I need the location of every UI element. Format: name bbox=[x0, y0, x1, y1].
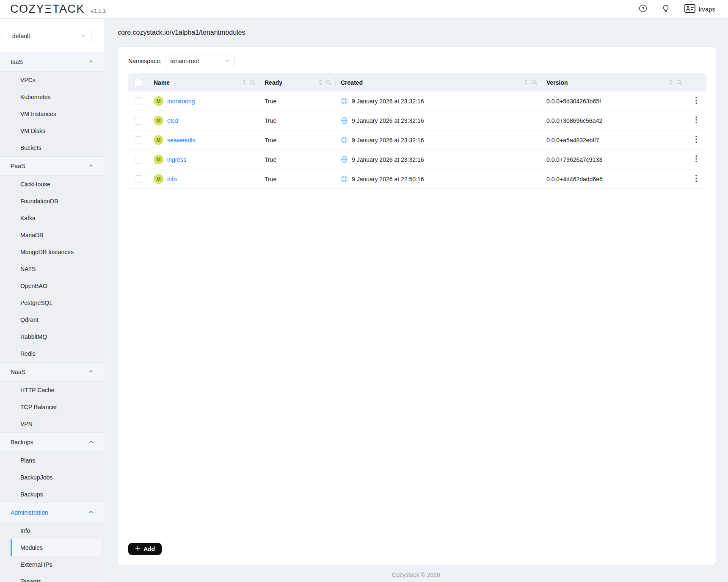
row-checkbox[interactable] bbox=[135, 175, 142, 183]
globe-icon bbox=[341, 175, 348, 183]
sidebar-item-vpcs[interactable]: VPCs bbox=[0, 72, 104, 89]
row-checkbox[interactable] bbox=[135, 97, 142, 105]
help-button[interactable]: ? bbox=[639, 4, 647, 14]
sidebar-item-label: VPCs bbox=[20, 77, 36, 83]
row-actions-button[interactable] bbox=[694, 153, 699, 166]
sidebar-item-backupjobs[interactable]: BackupJobs bbox=[0, 469, 104, 486]
globe-icon bbox=[341, 117, 348, 124]
sort-icon[interactable] bbox=[242, 79, 246, 86]
sidebar-item-clickhouse[interactable]: ClickHouse bbox=[0, 176, 104, 193]
created-value: 9 January 2026 at 23:32:16 bbox=[352, 156, 424, 163]
search-icon[interactable] bbox=[250, 80, 255, 85]
app-header: COZYΞTACK v1.1.1 ? kvaps bbox=[0, 0, 728, 19]
chevron-up-icon bbox=[88, 509, 94, 516]
created-value: 9 January 2026 at 23:32:16 bbox=[352, 117, 424, 124]
id-card-icon bbox=[684, 4, 695, 14]
cluster-select[interactable]: default bbox=[7, 29, 91, 43]
lightbulb-icon bbox=[662, 4, 670, 14]
sidebar-item-label: Modules bbox=[20, 544, 43, 551]
sidebar-item-label: Qdrant bbox=[20, 316, 39, 323]
row-checkbox[interactable] bbox=[135, 117, 142, 125]
kebab-menu-icon bbox=[695, 155, 697, 164]
module-name-link-seaweedfs[interactable]: seaweedfs bbox=[167, 137, 196, 144]
ready-value: True bbox=[265, 176, 276, 183]
sidebar-item-mongodb-instances[interactable]: MongoDB Instances bbox=[0, 244, 104, 261]
sidebar-item-kubernetes[interactable]: Kubernetes bbox=[0, 89, 104, 105]
sort-icon[interactable] bbox=[669, 79, 673, 86]
kebab-menu-icon bbox=[695, 175, 697, 183]
sidebar-item-postgresql[interactable]: PostgreSQL bbox=[0, 294, 104, 311]
table-row: M etcd True 9 January 2026 at 23:32:16 0… bbox=[128, 111, 706, 130]
add-button[interactable]: Add bbox=[128, 543, 162, 555]
modules-table: Name Ready Created bbox=[128, 73, 706, 189]
sidebar-item-label: VM Instances bbox=[20, 111, 56, 117]
sidebar-item-vpn[interactable]: VPN bbox=[0, 416, 104, 432]
sidebar-item-external-ips[interactable]: External IPs bbox=[0, 556, 104, 573]
search-icon[interactable] bbox=[326, 80, 331, 85]
sidebar-item-modules[interactable]: Modules bbox=[11, 539, 101, 556]
ready-value: True bbox=[265, 156, 276, 163]
version-value: 0.0.0+5d304263b65f bbox=[546, 98, 601, 105]
sidebar-item-qdrant[interactable]: Qdrant bbox=[0, 311, 104, 328]
sort-icon[interactable] bbox=[318, 79, 323, 86]
sidebar-item-redis[interactable]: Redis bbox=[0, 345, 104, 362]
version-value: 0.0.0+79626a7c9133 bbox=[546, 156, 602, 163]
sidebar-item-label: ClickHouse bbox=[20, 181, 50, 188]
module-name-link-info[interactable]: info bbox=[167, 176, 177, 183]
sidebar-item-http-cache[interactable]: HTTP Cache bbox=[0, 382, 104, 399]
sidebar-item-foundationdb[interactable]: FoundationDB bbox=[0, 193, 104, 210]
sidebar-section-administration[interactable]: Administration bbox=[0, 503, 104, 522]
table-header-row: Name Ready Created bbox=[128, 73, 706, 91]
row-actions-button[interactable] bbox=[694, 95, 699, 107]
sidebar-item-nats[interactable]: NATS bbox=[0, 261, 104, 277]
sidebar-section-label: Backups bbox=[11, 439, 33, 446]
sidebar-section-iaas[interactable]: IaaS bbox=[0, 52, 104, 72]
row-actions-button[interactable] bbox=[694, 134, 699, 146]
module-badge: M bbox=[154, 135, 163, 145]
sidebar-item-mariadb[interactable]: MariaDB bbox=[0, 227, 104, 244]
chevron-down-icon bbox=[225, 58, 230, 64]
version-value: 0.0.0+308696c56a42 bbox=[546, 117, 602, 124]
sidebar-item-buckets[interactable]: Buckets bbox=[0, 139, 104, 156]
select-all-checkbox[interactable] bbox=[135, 79, 142, 86]
user-menu[interactable]: kvaps bbox=[684, 4, 715, 14]
module-name-link-ingress[interactable]: ingress bbox=[167, 156, 186, 163]
sidebar-section-backups[interactable]: Backups bbox=[0, 432, 104, 452]
sort-icon[interactable] bbox=[524, 79, 528, 86]
svg-text:?: ? bbox=[641, 6, 644, 11]
cluster-select-value: default bbox=[12, 33, 30, 39]
sidebar-item-tenants[interactable]: Tenants bbox=[0, 573, 104, 582]
sidebar-section-naas[interactable]: NaaS bbox=[0, 362, 104, 382]
column-header-label: Version bbox=[546, 79, 568, 86]
sidebar-item-rabbitmq[interactable]: RabbitMQ bbox=[0, 328, 104, 345]
row-checkbox[interactable] bbox=[135, 156, 142, 164]
sidebar-item-label: VPN bbox=[20, 421, 33, 427]
created-value: 9 January 2026 at 23:32:16 bbox=[352, 98, 424, 105]
sidebar-item-tcp-balancer[interactable]: TCP Balancer bbox=[0, 399, 104, 416]
theme-toggle-button[interactable] bbox=[662, 4, 670, 14]
sidebar-item-kafka[interactable]: Kafka bbox=[0, 210, 104, 227]
sidebar-item-vm-disks[interactable]: VM Disks bbox=[0, 122, 104, 139]
module-badge: M bbox=[154, 116, 163, 125]
sidebar-item-label: Backups bbox=[20, 491, 43, 498]
module-name-link-monitoring[interactable]: monitoring bbox=[167, 98, 195, 105]
sidebar-item-vm-instances[interactable]: VM Instances bbox=[0, 105, 104, 122]
table-row: M ingress True 9 January 2026 at 23:32:1… bbox=[128, 150, 706, 169]
column-header-label: Ready bbox=[265, 79, 282, 86]
sidebar-item-backups[interactable]: Backups bbox=[0, 486, 104, 503]
sidebar-item-label: FoundationDB bbox=[20, 198, 58, 205]
row-actions-button[interactable] bbox=[694, 114, 699, 127]
search-icon[interactable] bbox=[532, 80, 537, 85]
row-checkbox[interactable] bbox=[135, 136, 142, 144]
sidebar-item-openbao[interactable]: OpenBAO bbox=[0, 277, 104, 294]
namespace-select[interactable]: tenant-root bbox=[166, 55, 234, 67]
module-name-link-etcd[interactable]: etcd bbox=[167, 117, 178, 124]
module-badge: M bbox=[154, 155, 163, 164]
sidebar-item-plans[interactable]: Plans bbox=[0, 452, 104, 469]
sidebar-section-label: PaaS bbox=[11, 163, 25, 169]
sidebar-item-info[interactable]: Info bbox=[0, 522, 104, 539]
row-actions-button[interactable] bbox=[694, 173, 699, 185]
search-icon[interactable] bbox=[676, 80, 682, 85]
sidebar-item-label: HTTP Cache bbox=[20, 387, 55, 394]
sidebar-section-paas[interactable]: PaaS bbox=[0, 156, 104, 176]
